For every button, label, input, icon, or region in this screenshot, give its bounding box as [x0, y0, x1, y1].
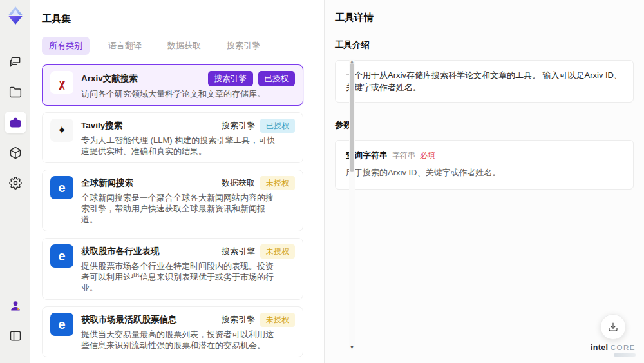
tool-list: Arxiv文献搜索 搜索引擎 已授权 访问各个研究领域大量科学论文和文章的存储库…: [42, 64, 312, 362]
sidebar-item-chat[interactable]: [5, 51, 26, 73]
detail-title: 工具详情: [335, 12, 634, 24]
tool-name: 获取市场最活跃股票信息: [81, 314, 222, 326]
corner-widgets: intel CORE: [591, 314, 636, 357]
param-type: 字符串: [392, 150, 415, 161]
category-badge: 搜索引擎: [222, 246, 255, 257]
tool-list-item[interactable]: Arxiv文献搜索 搜索引擎 已授权 访问各个研究领域大量科学论文和文章的存储库…: [42, 64, 303, 106]
category-badge: 搜索引擎: [208, 71, 253, 86]
tool-list-item[interactable]: 获取市场最活跃股票信息 搜索引擎 未授权 提供当天交易量最高的股票列表，投资者可…: [42, 306, 303, 357]
param-description: 用于搜索的Arxiv ID、关键字或作者姓名。: [346, 167, 623, 179]
main-content: 工具集 所有类别 语言翻译 数据获取 搜索引擎: [30, 0, 644, 363]
download-button[interactable]: [600, 314, 626, 340]
tool-name: 获取股市各行业表现: [81, 246, 222, 257]
category-tab[interactable]: 搜索引擎: [220, 37, 267, 55]
gear-icon: [9, 177, 22, 190]
status-badge: 已授权: [260, 119, 295, 133]
param-required-flag: 必填: [420, 150, 435, 161]
status-badge: 未授权: [260, 313, 295, 327]
tool-logo-icon: [50, 244, 73, 268]
tool-name: 全球新闻搜索: [81, 177, 222, 189]
app-window: 工具集 所有类别 语言翻译 数据获取 搜索引擎: [0, 0, 644, 363]
status-badge: 未授权: [260, 176, 295, 190]
tool-name: Arxiv文献搜索: [81, 73, 208, 84]
package-icon: [9, 146, 22, 159]
intel-core-logo: intel CORE: [591, 343, 636, 357]
intro-heading: 工具介绍: [335, 39, 634, 51]
status-badge: 已授权: [258, 71, 296, 86]
sidebar-item-files[interactable]: [5, 81, 26, 103]
category-tabs: 所有类别 语言翻译 数据获取 搜索引擎: [42, 37, 312, 55]
scroll-down-arrow[interactable]: ▼: [349, 345, 355, 349]
tool-logo-icon: [50, 71, 73, 94]
category-tab[interactable]: 所有类别: [42, 37, 90, 55]
user-avatar-icon: [9, 299, 22, 312]
tool-description: 访问各个研究领域大量科学论文和文章的存储库。: [81, 88, 276, 99]
category-badge: 搜索引擎: [222, 120, 255, 132]
icon-sidebar: [0, 0, 30, 363]
tool-list-item[interactable]: Tavily搜索 搜索引擎 已授权 专为人工智能代理 (LLM) 构建的搜索引擎…: [42, 112, 303, 163]
sidebar-item-tools[interactable]: [5, 112, 26, 133]
sidebar-item-packages[interactable]: [5, 142, 26, 164]
tool-logo-icon: [50, 176, 73, 199]
scroll-up-arrow[interactable]: ▲: [349, 59, 355, 63]
tool-description: 专为人工智能代理 (LLM) 构建的搜索引擎工具，可快速提供实时、准确和真实的结…: [81, 135, 276, 157]
sidebar-item-collapse-panel[interactable]: [5, 325, 26, 347]
panel-layout-icon: [9, 329, 22, 342]
tool-name: Tavily搜索: [81, 120, 222, 132]
tool-list-item[interactable]: 获取股市各行业表现 搜索引擎 未授权 提供股票市场各个行业在特定时间段内的表现。…: [42, 238, 303, 300]
tool-logo-icon: [50, 313, 73, 336]
sidebar-item-settings[interactable]: [5, 172, 26, 194]
params-heading: 参数: [335, 119, 634, 131]
intel-wordmark: intel: [591, 343, 608, 352]
tool-detail-panel: 工具详情 工具介绍 一个用于从Arxiv存储库搜索科学论文和文章的工具。 输入可…: [325, 0, 644, 363]
tool-intro-text: 一个用于从Arxiv存储库搜索科学论文和文章的工具。 输入可以是Arxiv ID…: [335, 60, 634, 103]
core-wordmark: CORE: [611, 344, 636, 351]
tool-description: 提供当天交易量最高的股票列表，投资者可以利用这些信息来识别流动性强的股票和潜在的…: [81, 329, 276, 351]
folder-icon: [9, 86, 22, 99]
page-title: 工具集: [42, 13, 312, 25]
category-badge: 搜索引擎: [222, 314, 255, 326]
intel-logo-accent: [614, 353, 636, 357]
status-badge: 未授权: [260, 244, 295, 259]
category-tab[interactable]: 语言翻译: [101, 37, 149, 55]
download-icon: [608, 322, 618, 332]
tool-list-item[interactable]: 全球新闻搜索 数据获取 未授权 全球新闻搜索是一个聚合全球各大新闻网站内容的搜索…: [42, 170, 303, 231]
tool-description: 全球新闻搜索是一个聚合全球各大新闻网站内容的搜索引擎，帮助用户快速获取全球最新资…: [81, 192, 276, 225]
toolbox-icon: [9, 116, 22, 129]
tool-description: 提供股票市场各个行业在特定时间段内的表现。投资者可以利用这些信息来识别表现优于或…: [81, 260, 276, 293]
parameter-card: 查询字符串 字符串 必填 用于搜索的Arxiv ID、关键字或作者姓名。: [335, 140, 634, 190]
sidebar-item-account[interactable]: [5, 295, 26, 317]
scrollbar-thumb[interactable]: [350, 63, 354, 172]
category-badge: 数据获取: [222, 177, 255, 189]
chat-icon: [9, 55, 22, 68]
list-scrollbar: ▲ ▼: [349, 59, 355, 350]
app-logo-icon: [6, 6, 25, 25]
tool-list-panel: 工具集 所有类别 语言翻译 数据获取 搜索引擎: [30, 0, 325, 363]
tool-logo-icon: [50, 119, 73, 142]
category-tab[interactable]: 数据获取: [160, 37, 208, 55]
